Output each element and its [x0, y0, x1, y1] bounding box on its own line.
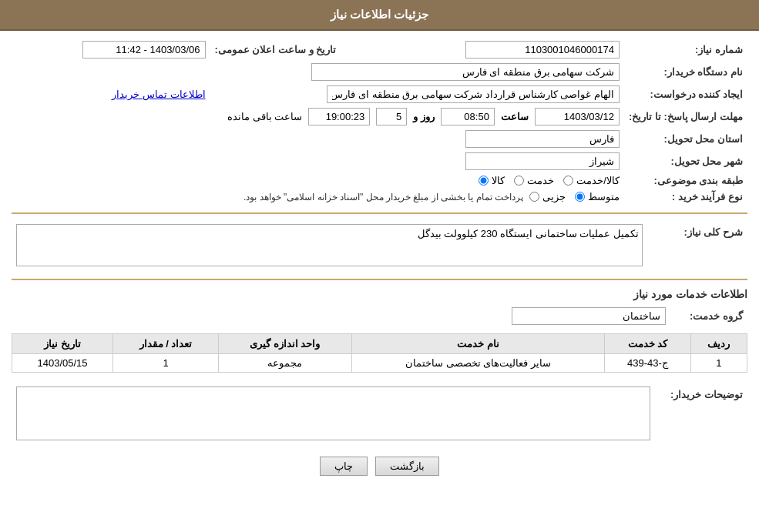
cell-service-code: ج-43-439 — [605, 354, 690, 373]
purchase-motavasset-label: متوسط — [588, 191, 620, 202]
purchase-radio-group: متوسط جزیی — [529, 191, 620, 202]
services-table-header: ردیف کد خدمت نام خدمت واحد اندازه گیری ت… — [12, 334, 747, 354]
service-group-input[interactable] — [512, 307, 666, 325]
row-buyer-notes: توضیحات خریدار: — [12, 384, 747, 445]
row-category: طبقه بندی موضوعی: کالا/خدمت خدمت کالا — [12, 172, 747, 189]
need-description-label: شرح کلی نیاز: — [647, 222, 747, 271]
row-need-number: شماره نیاز: تاریخ و ساعت اعلان عمومی: — [12, 38, 747, 61]
row-creator: ایجاد کننده درخواست: اطلاعات تماس خریدار — [12, 83, 747, 105]
category-kala-khedmat-radio[interactable] — [563, 176, 573, 186]
row-province: استان محل تحویل: — [12, 128, 747, 150]
col-unit: واحد اندازه گیری — [218, 334, 351, 354]
purchase-jozii-radio[interactable] — [529, 192, 539, 202]
info-table: شماره نیاز: تاریخ و ساعت اعلان عمومی: نا… — [12, 38, 747, 205]
col-row-num: ردیف — [690, 334, 747, 354]
need-number-value — [380, 38, 624, 61]
category-radio-group: کالا/خدمت خدمت کالا — [16, 175, 620, 186]
requester-org-value — [12, 61, 624, 83]
need-number-input[interactable] — [465, 41, 620, 59]
reply-time-input[interactable] — [441, 108, 495, 125]
services-table-body: 1 ج-43-439 سایر فعالیت‌های تخصصی ساختمان… — [12, 354, 747, 373]
reply-days-input[interactable] — [376, 108, 407, 125]
requester-org-input[interactable] — [311, 63, 620, 81]
row-service-group: گروه خدمت: — [12, 305, 747, 327]
province-value — [12, 128, 624, 150]
purchase-motavasset-radio[interactable] — [575, 192, 585, 202]
city-value — [12, 150, 624, 172]
cell-need-date: 1403/05/15 — [12, 354, 113, 373]
buyer-notes-value — [12, 384, 655, 445]
col-quantity: تعداد / مقدار — [113, 334, 219, 354]
city-input[interactable] — [465, 152, 620, 170]
reply-days-label: روز و — [413, 111, 435, 122]
need-description-textarea[interactable]: تکمیل عملیات ساختمانی ایستگاه 230 کیلوول… — [16, 224, 643, 266]
service-group-table: گروه خدمت: — [12, 305, 747, 327]
need-number-label: شماره نیاز: — [624, 38, 747, 61]
need-description-value: تکمیل عملیات ساختمانی ایستگاه 230 کیلوول… — [12, 222, 647, 271]
table-row: 1 ج-43-439 سایر فعالیت‌های تخصصی ساختمان… — [12, 354, 747, 373]
category-khedmat-radio[interactable] — [514, 176, 524, 186]
announce-date-value — [12, 38, 210, 61]
col-service-name: نام خدمت — [351, 334, 604, 354]
reply-remaining-input[interactable] — [308, 108, 370, 125]
services-table-header-row: ردیف کد خدمت نام خدمت واحد اندازه گیری ت… — [12, 334, 747, 354]
col-service-code: کد خدمت — [605, 334, 690, 354]
purchase-option-jozii: جزیی — [529, 191, 566, 202]
row-city: شهر محل تحویل: — [12, 150, 747, 172]
back-button[interactable]: بازگشت — [375, 457, 439, 476]
buyer-notes-label: توضیحات خریدار: — [655, 384, 747, 445]
page-container: جزئیات اطلاعات نیاز شماره نیاز: تاریخ و … — [0, 0, 759, 532]
reply-deadline-value: ساعت روز و ساعت باقی مانده — [12, 105, 624, 128]
city-label: شهر محل تحویل: — [624, 150, 747, 172]
cell-row-num: 1 — [690, 354, 747, 373]
cell-unit: مجموعه — [218, 354, 351, 373]
divider-2 — [12, 279, 747, 280]
row-purchase-type: نوع فرآیند خرید : متوسط جزیی — [12, 189, 747, 205]
main-content: شماره نیاز: تاریخ و ساعت اعلان عمومی: نا… — [0, 31, 759, 495]
category-option-khedmat: خدمت — [514, 175, 554, 186]
services-table: ردیف کد خدمت نام خدمت واحد اندازه گیری ت… — [12, 333, 747, 373]
cell-service-name: سایر فعالیت‌های تخصصی ساختمان — [351, 354, 604, 373]
category-kala-khedmat-label: کالا/خدمت — [576, 175, 620, 186]
service-group-label: گروه خدمت: — [670, 305, 747, 327]
reply-deadline-row: ساعت روز و ساعت باقی مانده — [16, 108, 620, 125]
creator-value — [210, 83, 624, 105]
cell-quantity: 1 — [113, 354, 219, 373]
purchase-option-motavasset: متوسط — [575, 191, 620, 202]
purchase-jozii-label: جزیی — [542, 191, 566, 202]
reply-remaining-label: ساعت باقی مانده — [227, 111, 302, 122]
category-value: کالا/خدمت خدمت کالا — [12, 172, 624, 189]
buttons-row: بازگشت چاپ — [12, 457, 747, 476]
purchase-type-value: متوسط جزیی پرداخت تمام یا بخشی از مبلغ خ… — [12, 189, 624, 205]
announce-date-input[interactable] — [82, 41, 206, 59]
buyer-notes-textarea[interactable] — [16, 386, 650, 440]
purchase-note: پرداخت تمام یا بخشی از مبلغ خریدار محل "… — [243, 192, 523, 202]
row-requester-org: نام دستگاه خریدار: — [12, 61, 747, 83]
need-description-table: شرح کلی نیاز: تکمیل عملیات ساختمانی ایست… — [12, 222, 747, 271]
reply-time-label: ساعت — [501, 111, 529, 122]
contact-link[interactable]: اطلاعات تماس خریدار — [112, 89, 205, 100]
page-title: جزئیات اطلاعات نیاز — [331, 8, 428, 21]
category-kala-label: کالا — [492, 175, 505, 186]
reply-date-input[interactable] — [535, 108, 620, 125]
category-option-kala: کالا — [479, 175, 505, 186]
service-group-value — [12, 305, 670, 327]
province-input[interactable] — [465, 130, 620, 148]
col-need-date: تاریخ نیاز — [12, 334, 113, 354]
row-reply-deadline: مهلت ارسال پاسخ: تا تاریخ: ساعت روز و سا… — [12, 105, 747, 128]
purchase-type-row: متوسط جزیی پرداخت تمام یا بخشی از مبلغ خ… — [16, 191, 620, 202]
announce-date-label: تاریخ و ساعت اعلان عمومی: — [210, 38, 349, 61]
reply-deadline-label: مهلت ارسال پاسخ: تا تاریخ: — [624, 105, 747, 128]
category-kala-radio[interactable] — [479, 176, 489, 186]
province-label: استان محل تحویل: — [624, 128, 747, 150]
buyer-notes-table: توضیحات خریدار: — [12, 384, 747, 445]
category-option-kala-khedmat: کالا/خدمت — [563, 175, 620, 186]
print-button[interactable]: چاپ — [320, 457, 368, 476]
creator-label: ایجاد کننده درخواست: — [624, 83, 747, 105]
page-header: جزئیات اطلاعات نیاز — [0, 0, 759, 31]
category-label: طبقه بندی موضوعی: — [624, 172, 747, 189]
creator-input[interactable] — [327, 85, 620, 103]
contact-link-cell: اطلاعات تماس خریدار — [12, 83, 210, 105]
row-need-description: شرح کلی نیاز: تکمیل عملیات ساختمانی ایست… — [12, 222, 747, 271]
services-section-label: اطلاعات خدمات مورد نیاز — [12, 288, 747, 300]
